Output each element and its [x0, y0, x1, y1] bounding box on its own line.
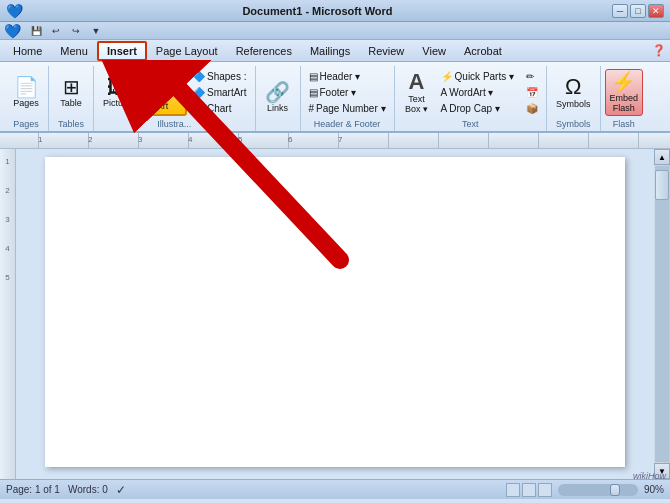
quick-parts-button[interactable]: ⚡ Quick Parts ▾	[437, 69, 518, 84]
textbox-button[interactable]: A TextBox ▾	[399, 68, 435, 117]
help-button[interactable]: ❓	[652, 44, 666, 57]
view-print-button[interactable]	[506, 483, 520, 497]
menu-home[interactable]: Home	[4, 42, 51, 60]
save-qa-button[interactable]: 💾	[27, 23, 45, 39]
scroll-up-button[interactable]: ▲	[654, 149, 670, 165]
window-controls: ─ □ ✕	[612, 4, 664, 18]
text-col: ⚡ Quick Parts ▾ A WordArt ▾ A Drop Cap ▾	[437, 69, 518, 116]
symbols-group-label: Symbols	[551, 119, 596, 129]
pages-group-label: Pages	[8, 119, 44, 129]
flash-group-label: Flash	[605, 119, 644, 129]
symbols-button[interactable]: Ω Symbols	[551, 73, 596, 112]
customize-qa-button[interactable]: ▼	[87, 23, 105, 39]
close-button[interactable]: ✕	[648, 4, 664, 18]
chart-icon: 📊	[193, 103, 205, 114]
picture-button[interactable]: 🖼 Picture	[98, 74, 136, 111]
status-bar: Page: 1 of 1 Words: 0 ✓ 90%	[0, 479, 670, 499]
menu-bar: Home Menu Insert Page Layout References …	[0, 40, 670, 62]
wikihow-watermark: wikiHow	[633, 471, 666, 481]
wordart-button[interactable]: A WordArt ▾	[437, 85, 518, 100]
ribbon-group-symbols: Ω Symbols Symbols	[547, 66, 601, 131]
header-footer-col: ▤ Header ▾ ▤ Footer ▾ # Page Number ▾	[305, 69, 390, 116]
ribbon-row-illustrations: 🖼 Picture ✂🖼 ClipArt 🔷 Shapes : 🔷 SmartA	[98, 68, 251, 117]
ribbon-row-pages: 📄 Pages	[8, 68, 44, 117]
view-buttons	[506, 483, 552, 497]
status-left: Page: 1 of 1 Words: 0 ✓	[6, 483, 126, 497]
page-number-icon: #	[309, 103, 315, 114]
embed-flash-button[interactable]: ⚡ EmbedFlash	[605, 69, 644, 116]
footer-button[interactable]: ▤ Footer ▾	[305, 85, 390, 100]
view-full-button[interactable]	[522, 483, 536, 497]
scroll-track	[655, 166, 669, 462]
headerfooter-group-label: Header & Footer	[305, 119, 390, 129]
clipart-button[interactable]: ✂🖼 ClipArt	[138, 69, 187, 116]
illustrations-group-label: Illustra...	[98, 119, 251, 129]
zoom-slider[interactable]	[558, 484, 638, 496]
ribbon-group-tables: ⊞ Table Tables	[49, 66, 94, 131]
page-number-button[interactable]: # Page Number ▾	[305, 101, 390, 116]
redo-qa-button[interactable]: ↪	[67, 23, 85, 39]
quick-parts-icon: ⚡	[441, 71, 453, 82]
menu-acrobat[interactable]: Acrobat	[455, 42, 511, 60]
minimize-button[interactable]: ─	[612, 4, 628, 18]
footer-icon: ▤	[309, 87, 318, 98]
menu-review[interactable]: Review	[359, 42, 413, 60]
text-col2: ✏ 📅 📦	[522, 69, 542, 116]
table-button[interactable]: ⊞ Table	[53, 74, 89, 111]
smartart-button[interactable]: 🔷 SmartArt	[189, 85, 250, 100]
menu-insert[interactable]: Insert	[97, 41, 147, 61]
window-title: Document1 - Microsoft Word	[23, 5, 612, 17]
document-page[interactable]	[45, 157, 625, 467]
ribbon-row-tables: ⊞ Table	[53, 68, 89, 117]
menu-references[interactable]: References	[227, 42, 301, 60]
links-button[interactable]: 🔗 Links	[260, 79, 296, 116]
text-group-label: Text	[399, 119, 542, 129]
shapes-button[interactable]: 🔷 Shapes :	[189, 69, 250, 84]
ribbon-row-text: A TextBox ▾ ⚡ Quick Parts ▾ A WordArt ▾ …	[399, 68, 542, 117]
picture-icon: 🖼	[107, 77, 127, 97]
object-icon: 📦	[526, 103, 538, 114]
flash-icon: ⚡	[611, 72, 636, 92]
menu-page-layout[interactable]: Page Layout	[147, 42, 227, 60]
menu-view[interactable]: View	[413, 42, 455, 60]
drop-cap-button[interactable]: A Drop Cap ▾	[437, 101, 518, 116]
menu-menu[interactable]: Menu	[51, 42, 97, 60]
ribbon-row-headerfooter: ▤ Header ▾ ▤ Footer ▾ # Page Number ▾	[305, 68, 390, 117]
ribbon-group-flash: ⚡ EmbedFlash Flash	[601, 66, 648, 131]
tables-group-label: Tables	[53, 119, 89, 129]
status-right: 90%	[506, 483, 664, 497]
ribbon-row-links: 🔗 Links	[260, 68, 296, 127]
header-button[interactable]: ▤ Header ▾	[305, 69, 390, 84]
undo-qa-button[interactable]: ↩	[47, 23, 65, 39]
shapes-icon: 🔷	[193, 71, 205, 82]
drop-cap-icon: A	[441, 103, 448, 114]
zoom-thumb[interactable]	[610, 484, 620, 496]
ribbon-group-text: A TextBox ▾ ⚡ Quick Parts ▾ A WordArt ▾ …	[395, 66, 547, 131]
textbox-icon: A	[409, 71, 425, 93]
chart-button[interactable]: 📊 Chart	[189, 101, 250, 116]
ribbon-group-illustrations: 🖼 Picture ✂🖼 ClipArt 🔷 Shapes : 🔷 SmartA	[94, 66, 256, 131]
ribbon-group-links: 🔗 Links	[256, 66, 301, 131]
table-icon: ⊞	[63, 77, 80, 97]
menu-mailings[interactable]: Mailings	[301, 42, 359, 60]
links-icon: 🔗	[265, 82, 290, 102]
date-button[interactable]: 📅	[522, 85, 542, 100]
object-button[interactable]: 📦	[522, 101, 542, 116]
pages-button[interactable]: 📄 Pages	[8, 74, 44, 111]
restore-button[interactable]: □	[630, 4, 646, 18]
scroll-thumb[interactable]	[655, 170, 669, 200]
pages-icon: 📄	[14, 77, 39, 97]
page-info: Page: 1 of 1	[6, 484, 60, 495]
date-icon: 📅	[526, 87, 538, 98]
ribbon-content: 📄 Pages Pages ⊞ Table Tables 🖼 Picture	[4, 64, 666, 131]
doc-content-area[interactable]	[16, 149, 654, 479]
ribbon-group-pages: 📄 Pages Pages	[4, 66, 49, 131]
ruler-horizontal: 1 2 3 4 5 6 7	[0, 133, 670, 149]
view-web-button[interactable]	[538, 483, 552, 497]
word-count: Words: 0	[68, 484, 108, 495]
signature-button[interactable]: ✏	[522, 69, 542, 84]
symbols-icon: Ω	[565, 76, 581, 98]
spell-check-icon: ✓	[116, 483, 126, 497]
header-icon: ▤	[309, 71, 318, 82]
clipart-icon: ✂🖼	[146, 73, 179, 91]
